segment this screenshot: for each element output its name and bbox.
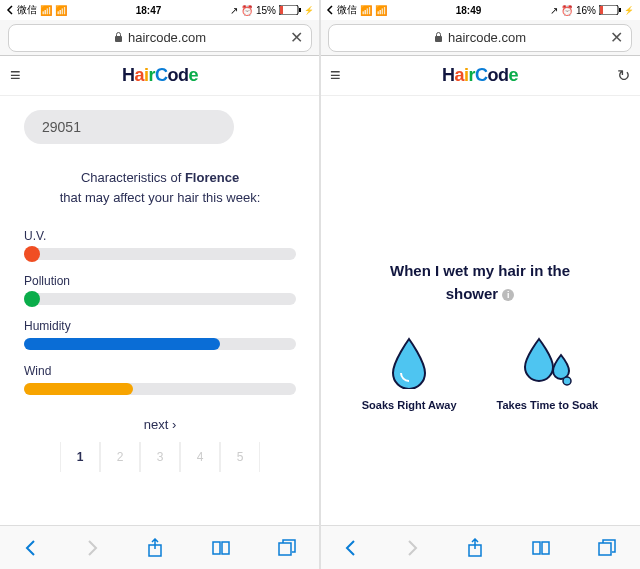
alarm-icon: ⏰ [561, 5, 573, 16]
meter-label: Humidity [24, 319, 296, 333]
location-icon: ↗ [230, 5, 238, 16]
info-icon[interactable]: i [502, 289, 514, 301]
svg-point-10 [563, 377, 571, 385]
safari-toolbar [0, 525, 320, 569]
share-icon[interactable] [466, 538, 484, 558]
page-3[interactable]: 3 [140, 442, 180, 472]
meter-label: Pollution [24, 274, 296, 288]
alarm-icon: ⏰ [241, 5, 253, 16]
menu-icon[interactable]: ≡ [330, 65, 341, 86]
app-header: ≡ HairCode ↻ [320, 56, 640, 96]
meter-track [24, 293, 296, 305]
forward-icon[interactable] [85, 539, 99, 557]
meter-track [24, 338, 296, 350]
svg-rect-12 [599, 543, 611, 555]
app-header: ≡ HairCode [0, 56, 320, 96]
next-button[interactable]: next › [24, 417, 296, 432]
signal-icon: 📶 [40, 5, 52, 16]
page-4[interactable]: 4 [180, 442, 220, 472]
battery-label: 16% [576, 5, 596, 16]
browser-url-bar: haircode.com ✕ [0, 20, 320, 56]
meter-uv: U.V. [24, 229, 296, 260]
battery-label: 15% [256, 5, 276, 16]
browser-url-bar: haircode.com ✕ [320, 20, 640, 56]
option-label: Takes Time to Soak [497, 399, 599, 411]
option-takes-time[interactable]: Takes Time to Soak [497, 335, 599, 411]
url-text: haircode.com [128, 30, 206, 45]
svg-rect-8 [619, 8, 621, 12]
carrier-label: 微信 [17, 3, 37, 17]
url-text: haircode.com [448, 30, 526, 45]
charging-icon: ⚡ [624, 6, 634, 15]
location-icon: ↗ [550, 5, 558, 16]
option-soaks-right-away[interactable]: Soaks Right Away [362, 335, 457, 411]
carrier-label: 微信 [337, 3, 357, 17]
options-row: Soaks Right Away Takes Time to Soak [344, 335, 616, 411]
bookmarks-icon[interactable] [211, 540, 231, 556]
back-icon[interactable] [344, 539, 358, 557]
clock: 18:47 [136, 5, 162, 16]
page-1[interactable]: 1 [60, 442, 100, 472]
svg-rect-9 [435, 36, 442, 42]
stop-icon[interactable]: ✕ [290, 28, 303, 47]
lock-icon [434, 32, 443, 43]
tabs-icon[interactable] [598, 539, 616, 557]
main-content-left: 29051 Characteristics of Florence that m… [0, 96, 320, 525]
svg-rect-7 [600, 6, 603, 14]
lock-icon [114, 32, 123, 43]
page-5[interactable]: 5 [220, 442, 260, 472]
back-icon[interactable] [24, 539, 38, 557]
chevron-left-icon [326, 5, 334, 15]
meter-wind: Wind [24, 364, 296, 395]
characteristics-text: Characteristics of Florence that may aff… [24, 168, 296, 207]
logo[interactable]: HairCode [442, 65, 518, 86]
status-bar: 微信 📶 📶 18:47 ↗ ⏰ 15% ⚡ [0, 0, 320, 20]
status-bar: 微信 📶 📶 18:49 ↗ ⏰ 16% ⚡ [320, 0, 640, 20]
tabs-icon[interactable] [278, 539, 296, 557]
question-text: When I wet my hair in theshower i [344, 260, 616, 305]
forward-icon[interactable] [405, 539, 419, 557]
water-drops-icon [521, 335, 573, 389]
signal-icon: 📶 [360, 5, 372, 16]
page-2[interactable]: 2 [100, 442, 140, 472]
meter-label: Wind [24, 364, 296, 378]
wifi-icon: 📶 [375, 5, 387, 16]
pagination: 12345 [24, 442, 296, 472]
water-drop-icon [387, 335, 431, 389]
stop-icon[interactable]: ✕ [610, 28, 623, 47]
charging-icon: ⚡ [304, 6, 314, 15]
chevron-left-icon [6, 5, 14, 15]
meter-pollution: Pollution [24, 274, 296, 305]
bookmarks-icon[interactable] [531, 540, 551, 556]
share-icon[interactable] [146, 538, 164, 558]
wifi-icon: 📶 [55, 5, 67, 16]
battery-icon [599, 5, 621, 15]
svg-rect-1 [280, 6, 283, 14]
phone-left: 微信 📶 📶 18:47 ↗ ⏰ 15% ⚡ haircode.com ✕ ≡ … [0, 0, 320, 569]
meter-humidity: Humidity [24, 319, 296, 350]
url-field[interactable]: haircode.com ✕ [328, 24, 632, 52]
url-field[interactable]: haircode.com ✕ [8, 24, 312, 52]
zip-input[interactable]: 29051 [24, 110, 234, 144]
safari-toolbar [320, 525, 640, 569]
meter-label: U.V. [24, 229, 296, 243]
option-label: Soaks Right Away [362, 399, 457, 411]
svg-rect-2 [299, 8, 301, 12]
clock: 18:49 [456, 5, 482, 16]
svg-rect-5 [279, 543, 291, 555]
phone-right: 微信 📶 📶 18:49 ↗ ⏰ 16% ⚡ haircode.com ✕ ≡ … [320, 0, 640, 569]
meter-track [24, 248, 296, 260]
refresh-icon[interactable]: ↻ [617, 66, 630, 85]
main-content-right: When I wet my hair in theshower i Soaks … [320, 96, 640, 525]
battery-icon [279, 5, 301, 15]
meter-track [24, 383, 296, 395]
logo[interactable]: HairCode [122, 65, 198, 86]
menu-icon[interactable]: ≡ [10, 65, 21, 86]
svg-rect-3 [115, 36, 122, 42]
